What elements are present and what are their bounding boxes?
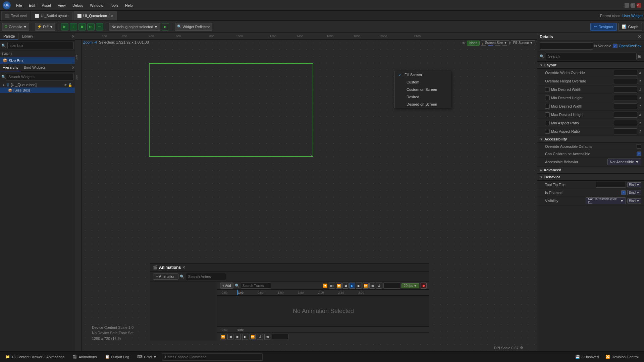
timeline-end2-btn[interactable]: ⏭ bbox=[264, 334, 270, 340]
timeline-stepfwd2-btn[interactable]: ▶ bbox=[242, 334, 248, 340]
timeline-stepback2-btn[interactable]: ◀ bbox=[227, 334, 233, 340]
override-accessible-checkbox[interactable] bbox=[637, 144, 641, 149]
details-name-input[interactable]: SizeBox_42 bbox=[540, 42, 593, 50]
menu-tools[interactable]: Tools bbox=[107, 3, 121, 8]
is-variable-checkbox[interactable] bbox=[613, 44, 618, 48]
bind-widgets-tab[interactable]: Bind Widgets bbox=[21, 64, 48, 71]
timeline-step-back-btn[interactable]: ◀ bbox=[342, 283, 348, 289]
console-input[interactable] bbox=[162, 353, 263, 361]
tab-testlevel[interactable]: ⬛ TestLevel bbox=[1, 11, 30, 20]
dropdown-desired-on-screen[interactable]: Desired on Screen bbox=[394, 101, 451, 108]
children-accessible-checkbox[interactable] bbox=[637, 152, 641, 156]
maximize-btn[interactable]: □ bbox=[631, 3, 635, 8]
panel-close-btn[interactable]: ✕ bbox=[71, 33, 75, 40]
close-btn[interactable]: × bbox=[637, 3, 641, 8]
min-height-input[interactable]: 0.0 bbox=[614, 95, 637, 101]
tab-close-queueicon[interactable]: ✕ bbox=[111, 14, 113, 18]
max-aspect-checkbox[interactable] bbox=[545, 129, 550, 134]
anim-close-btn[interactable]: ✕ bbox=[182, 265, 185, 270]
skip-btn[interactable]: ⏭ bbox=[87, 23, 95, 31]
fps-btn[interactable]: 20 fps ▼ bbox=[401, 283, 419, 288]
menu-asset[interactable]: Asset bbox=[39, 3, 54, 8]
tab-queueicon[interactable]: ⬜ UI_QueueIcon+ ✕ bbox=[73, 11, 117, 20]
timeline-prev-btn[interactable]: ⏪ bbox=[336, 283, 342, 289]
timeline-play2-btn[interactable]: ▶ bbox=[235, 334, 241, 340]
details-search-input[interactable] bbox=[546, 53, 637, 60]
accessible-behavior-dropdown[interactable]: Not Accessible ▼ bbox=[607, 159, 641, 165]
min-height-checkbox[interactable] bbox=[545, 96, 550, 100]
timeline-loop-btn[interactable]: ↺ bbox=[376, 283, 382, 289]
min-aspect-input[interactable]: 1.0 bbox=[614, 120, 637, 126]
is-enabled-checkbox[interactable] bbox=[621, 190, 626, 195]
designer-btn[interactable]: ✏ Designer bbox=[590, 23, 617, 31]
menu-file[interactable]: File bbox=[13, 3, 25, 8]
min-width-input[interactable]: 0.0 bbox=[614, 86, 637, 93]
diff-btn[interactable]: ⚡ Diff ▼ bbox=[35, 23, 55, 31]
timeline-play-btn[interactable]: ▶ bbox=[349, 283, 355, 289]
dropdown-custom-on-screen[interactable]: Custom on Screen bbox=[394, 86, 451, 93]
screen-size-btn[interactable]: Screen Size ▼ bbox=[483, 40, 509, 45]
details-close-btn[interactable]: ✕ bbox=[638, 34, 641, 39]
min-width-checkbox[interactable] bbox=[545, 87, 550, 92]
menu-debug[interactable]: Debug bbox=[70, 3, 86, 8]
max-width-input[interactable]: 0.0 bbox=[614, 103, 637, 109]
anim-search-input[interactable] bbox=[186, 273, 226, 280]
play-btn[interactable]: ▶ bbox=[61, 23, 68, 31]
bottom-time-input[interactable]: 0.00 bbox=[272, 334, 288, 340]
section-accessibility-header[interactable]: ▼ Accessibility bbox=[537, 136, 644, 143]
menu-help[interactable]: Help bbox=[122, 3, 136, 8]
visibility-bind-btn[interactable]: Bind ▼ bbox=[627, 198, 641, 203]
tooltip-input[interactable] bbox=[596, 182, 626, 188]
canvas-area[interactable]: 100 200 400 600 800 1000 1200 1400 1600 … bbox=[75, 33, 537, 351]
visibility-dropdown[interactable]: Not Hit-Testable (Self D... ▼ bbox=[586, 197, 626, 204]
timeline-last-btn[interactable]: ⏭ bbox=[369, 283, 375, 289]
timeline-step-fwd-btn[interactable]: ▶ bbox=[356, 283, 362, 289]
fill-screen-btn[interactable]: Fill Screen ▼ bbox=[511, 40, 535, 45]
min-height-reset[interactable]: ↺ bbox=[639, 96, 641, 100]
hierarchy-search-input[interactable] bbox=[6, 73, 73, 80]
library-tab[interactable]: Library bbox=[18, 33, 37, 40]
timeline-prev2-btn[interactable]: ⏪ bbox=[220, 334, 226, 340]
max-height-input[interactable]: 0.0 bbox=[614, 112, 637, 118]
palette-search-input[interactable] bbox=[7, 42, 73, 49]
tooltip-bind-btn[interactable]: Bind ▼ bbox=[627, 182, 641, 187]
tab-battlelayout[interactable]: ⬜ UI_BattleLayout+ bbox=[31, 11, 73, 20]
output-log-item[interactable]: 📋 Output Log bbox=[102, 352, 132, 362]
height-override-input[interactable]: 50.0 bbox=[614, 78, 637, 84]
open-sizebox-btn[interactable]: OpenSizeBox bbox=[619, 44, 641, 48]
unsaved-item[interactable]: 💾 2 Unsaved bbox=[573, 355, 602, 359]
hierarchy-tab[interactable]: Hierarchy bbox=[0, 64, 21, 71]
menu-view[interactable]: View bbox=[55, 3, 68, 8]
width-override-reset[interactable]: ↺ bbox=[639, 71, 641, 75]
stop-btn[interactable]: ⏹ bbox=[78, 23, 86, 31]
timeline-next-btn[interactable]: ⏩ bbox=[363, 283, 369, 289]
dropdown-desired[interactable]: Desired bbox=[394, 93, 451, 101]
search-tracks-input[interactable] bbox=[241, 283, 271, 289]
resize-handle[interactable]: ↘ bbox=[310, 154, 314, 158]
max-width-checkbox[interactable] bbox=[545, 104, 550, 109]
cmd-item[interactable]: ⌨ Cmd ▼ bbox=[135, 352, 159, 362]
content-drawer-item[interactable]: 📁 13 Content Drawer 3 Animations bbox=[3, 352, 67, 362]
section-behavior-header[interactable]: ▼ Behavior bbox=[537, 174, 644, 181]
max-width-reset[interactable]: ↺ bbox=[639, 105, 641, 108]
menu-window[interactable]: Window bbox=[87, 3, 106, 8]
min-width-reset[interactable]: ↺ bbox=[639, 88, 641, 92]
dropdown-custom[interactable]: Custom bbox=[394, 78, 451, 86]
section-advanced-header[interactable]: ▶ Advanced bbox=[537, 167, 644, 174]
hierarchy-item-root[interactable]: ▶ 🎛 [UI_QueueIcon] 👁 🔒 bbox=[0, 82, 75, 87]
pause-btn[interactable]: ⏸ bbox=[70, 23, 77, 31]
hierarchy-item-sizebox[interactable]: 📦 [Size Box] bbox=[0, 87, 75, 93]
launch-btn[interactable]: ▶ bbox=[162, 23, 169, 31]
dpi-settings-icon[interactable]: ⚙ bbox=[520, 346, 523, 350]
timeline-time-input[interactable]: 0.00 bbox=[383, 283, 400, 289]
animations-status-item[interactable]: 🎬 Animations bbox=[70, 352, 99, 362]
timeline-first-btn[interactable]: ⏮ bbox=[329, 283, 335, 289]
more-btn[interactable]: ⋯ bbox=[96, 23, 103, 31]
hierarchy-close-btn[interactable]: ✕ bbox=[71, 64, 75, 71]
panel-item-sizebox[interactable]: 📦 Size Box bbox=[0, 57, 75, 64]
anim-add-btn[interactable]: + Animation bbox=[153, 274, 178, 280]
section-layout-header[interactable]: ▼ Layout bbox=[537, 62, 644, 69]
min-aspect-checkbox[interactable] bbox=[545, 121, 550, 125]
none-btn[interactable]: None bbox=[467, 41, 480, 46]
palette-tab[interactable]: Palette bbox=[0, 33, 18, 40]
